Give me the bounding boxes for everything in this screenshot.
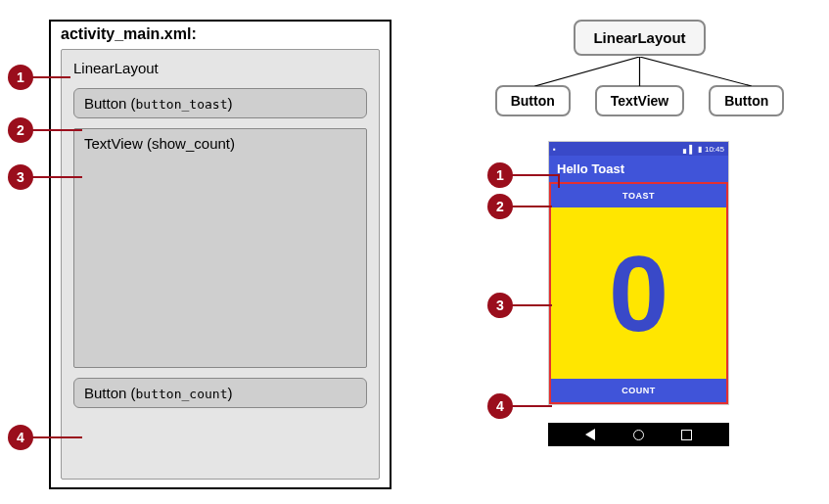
paren-close: )	[227, 95, 232, 112]
xml-file-box: activity_main.xml: LinearLayout Button (…	[49, 20, 391, 489]
phone-badge-2-line	[511, 206, 552, 207]
textview-box: TextView (show_count)	[73, 128, 367, 368]
badge-4-line	[31, 436, 82, 438]
xml-file-title: activity_main.xml:	[61, 25, 380, 43]
tree-child-button-2: Button	[709, 85, 784, 116]
button-count-id: button_count	[136, 387, 228, 401]
phone-screen: ▪ ▖▌ ▮ 10:45 Hello Toast TOAST 0 COUNT	[548, 141, 729, 405]
status-left-icon: ▪	[553, 145, 556, 154]
linearlayout-outline: TOAST 0 COUNT	[549, 182, 728, 404]
tree-child-button-1: Button	[495, 85, 571, 116]
count-value: 0	[609, 240, 668, 347]
status-bar: ▪ ▖▌ ▮ 10:45	[549, 142, 728, 156]
phone-badge-3-line	[511, 304, 552, 306]
show-count-textview: 0	[551, 207, 726, 379]
battery-icon: ▮	[698, 145, 702, 154]
badge-3: 3	[8, 164, 33, 190]
paren-close-3: )	[227, 385, 232, 401]
nav-back-icon[interactable]	[585, 429, 595, 440]
linearlayout-label: LinearLayout	[73, 60, 367, 76]
badge-1-line	[31, 76, 70, 78]
toast-button[interactable]: TOAST	[551, 184, 726, 207]
badge-4: 4	[8, 425, 33, 450]
phone-mockup: 1 2 3 4 ▪ ▖▌ ▮ 10:45 Hello Toast	[548, 141, 809, 446]
phone-badge-1: 1	[487, 162, 513, 188]
svg-line-2	[640, 57, 752, 86]
phone-badge-1-line-v	[558, 174, 560, 188]
button-toast-box: Button (button_toast)	[73, 88, 367, 118]
badge-1: 1	[8, 65, 33, 90]
badge-3-line	[31, 176, 82, 178]
nav-home-icon[interactable]	[633, 430, 644, 440]
phone-badge-4: 4	[487, 393, 513, 419]
tree-connector-lines	[470, 57, 809, 86]
tree-root-node: LinearLayout	[574, 20, 705, 56]
button-count-label: Button	[84, 385, 126, 401]
button-toast-id: button_toast	[136, 97, 228, 112]
signal-icon: ▖▌	[683, 145, 695, 154]
button-count-box: Button (button_count)	[73, 378, 367, 408]
linearlayout-box: LinearLayout Button (button_toast) TextV…	[61, 49, 380, 480]
svg-line-0	[534, 57, 639, 86]
status-time: 10:45	[705, 145, 724, 154]
badge-2: 2	[8, 117, 33, 143]
tree-child-textview: TextView	[595, 85, 684, 116]
view-hierarchy-tree: LinearLayout Button TextView Button	[470, 20, 809, 116]
textview-label: TextView	[84, 135, 143, 152]
count-button[interactable]: COUNT	[551, 379, 726, 402]
phone-badge-3: 3	[487, 293, 513, 318]
nav-recent-icon[interactable]	[681, 430, 692, 440]
phone-badge-1-line	[511, 174, 560, 176]
xml-layout-diagram: 1 2 3 4 activity_main.xml: LinearLayout …	[49, 20, 391, 489]
phone-badge-4-line	[511, 405, 552, 407]
app-bar: Hello Toast	[549, 156, 728, 182]
badge-2-line	[31, 129, 82, 131]
android-nav-bar	[548, 423, 729, 446]
paren-close-2: )	[230, 135, 235, 152]
button-toast-label: Button	[84, 95, 126, 112]
phone-badge-2: 2	[487, 194, 513, 219]
textview-id: show_count	[152, 135, 230, 152]
